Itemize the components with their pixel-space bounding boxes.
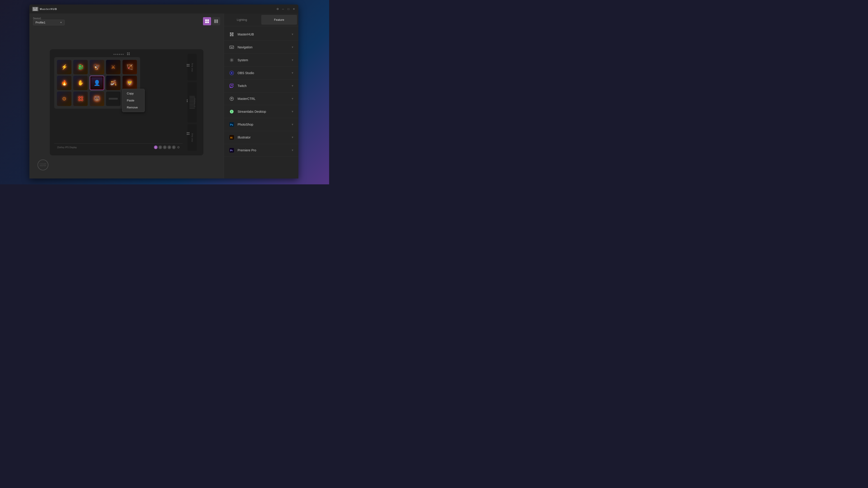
feature-item-twitch[interactable]: Twitch ▼ — [224, 79, 298, 92]
feature-label-streamlabs: Streamlabs Desktop — [238, 110, 291, 113]
device-area: ⚡ 🐉 🦅 ⚔ — [33, 30, 220, 175]
svg-rect-3 — [205, 20, 207, 21]
keyboard-icon — [228, 44, 235, 51]
feature-label-twitch: Twitch — [238, 84, 291, 88]
context-menu: Copy Paste Remove — [122, 89, 145, 112]
feature-list: MasterHUB ▼ Na — [224, 26, 298, 178]
key-cell-3-2[interactable]: 💢 — [73, 92, 88, 106]
page-settings-icon[interactable]: ⚙ — [177, 145, 180, 149]
key-cell-1-1[interactable]: ⚡ — [57, 60, 71, 74]
feature-label-masterctrl: MasterCTRL — [238, 97, 291, 101]
context-paste[interactable]: Paste — [122, 97, 145, 104]
feature-item-streamlabs[interactable]: S Streamlabs Desktop ▼ — [224, 105, 298, 118]
feature-item-obs[interactable]: OBS Studio ▼ — [224, 67, 298, 79]
hotkey-bottom: Hot Key — [188, 124, 197, 151]
settings-button[interactable]: ⚙ — [276, 7, 279, 11]
svg-point-23 — [231, 72, 232, 73]
svg-rect-10 — [232, 33, 234, 34]
key-cell-1-3[interactable]: 🦅 — [90, 60, 104, 74]
page-dot-1[interactable]: 1 — [154, 145, 158, 149]
svg-point-20 — [231, 59, 232, 61]
feature-item-masterctrl[interactable]: MasterCTRL ▼ — [224, 92, 298, 105]
svg-rect-5 — [205, 22, 207, 23]
ctrl-icon — [228, 96, 235, 102]
tab-feature[interactable]: Feature — [261, 15, 297, 25]
profile-dropdown[interactable]: Profile1 ▼ — [33, 20, 65, 25]
roller-area: Hot Key — [185, 54, 199, 151]
key-grid-container: ⚡ 🐉 🦅 ⚔ — [54, 54, 183, 151]
key-cell-1-5[interactable]: 🏹 — [123, 60, 137, 74]
feature-arrow-masterhub: ▼ — [291, 33, 294, 36]
context-remove[interactable]: Remove — [122, 104, 145, 111]
page-dot-5[interactable]: 5 — [172, 145, 176, 149]
hotkey-bottom-label: Hot Key — [191, 133, 193, 142]
svg-rect-4 — [207, 20, 209, 21]
key-cell-3-3[interactable]: 🐻 — [90, 92, 104, 106]
title-bar: MasterHUB ⚙ ─ □ ✕ — [29, 4, 298, 13]
profile-info: Device1 Profile1 ▼ — [33, 17, 65, 25]
svg-rect-11 — [230, 34, 234, 35]
key-cell-3-4[interactable] — [106, 92, 121, 106]
feature-item-navigation[interactable]: Navigation ▼ — [224, 41, 298, 54]
roller-label: 2×Roller — [194, 98, 196, 107]
window-controls: ⚙ ─ □ ✕ — [276, 7, 296, 11]
pr-icon: Pr — [228, 147, 235, 153]
context-copy[interactable]: Copy — [122, 90, 145, 97]
page-dot-4[interactable]: 4 — [167, 145, 171, 149]
feature-arrow-streamlabs: ▼ — [291, 110, 294, 113]
feature-label-photoshop: PhotoShop — [238, 123, 291, 126]
svg-rect-14 — [230, 46, 234, 48]
profile-name: Profile1 — [35, 21, 59, 24]
feature-item-masterhub[interactable]: MasterHUB ▼ — [224, 28, 298, 41]
grid-view-button[interactable] — [203, 17, 211, 25]
page-dot-2[interactable]: 2 — [158, 145, 162, 149]
feature-label-masterhub: MasterHUB — [238, 33, 291, 36]
page-dot-3[interactable]: 3 — [163, 145, 166, 149]
page-indicators: 15xKey IPS Display 1 2 3 4 5 ⚙ — [54, 143, 183, 151]
feature-item-system[interactable]: System ▼ — [224, 54, 298, 67]
feature-arrow-twitch: ▼ — [291, 84, 294, 88]
key-cell-2-4[interactable]: 🪃 — [106, 76, 121, 90]
split-view-button[interactable] — [212, 17, 220, 25]
feature-arrow-masterctrl: ▼ — [291, 97, 294, 100]
cm-logo: COOLERMASTER — [37, 160, 49, 170]
right-dots-top — [187, 64, 189, 67]
minimize-button[interactable]: ─ — [281, 7, 285, 11]
svg-rect-1 — [35, 7, 37, 9]
hub-icon — [228, 31, 235, 37]
left-panel: Device1 Profile1 ▼ — [29, 13, 224, 178]
tab-lighting[interactable]: Lighting — [224, 13, 260, 26]
device-frame: ⚡ 🐉 🦅 ⚔ — [50, 49, 204, 156]
system-icon — [228, 57, 235, 63]
key-cell-1-2[interactable]: 🐉 — [73, 60, 88, 74]
feature-item-illustrator[interactable]: Ai Illustrator ▼ — [224, 131, 298, 144]
feature-item-premiere[interactable]: Pr Premiere Pro ▼ — [224, 144, 298, 157]
feature-item-photoshop[interactable]: Ps PhotoShop ▼ — [224, 118, 298, 131]
key-cell-2-1[interactable]: 🔥 — [57, 76, 71, 90]
svg-rect-9 — [230, 33, 231, 34]
svg-text:S: S — [231, 110, 232, 113]
svg-rect-8 — [216, 20, 218, 23]
feature-label-navigation: Navigation — [238, 45, 291, 49]
logo-text: MasterHUB — [40, 8, 57, 10]
hotkey-top-label: Hot Key — [191, 63, 193, 72]
device-label: Device1 — [33, 17, 65, 20]
maximize-button[interactable]: □ — [287, 7, 290, 11]
feature-arrow-illustrator: ▼ — [291, 136, 294, 139]
key-cell-1-4[interactable]: ⚔ — [106, 60, 121, 74]
key-cell-2-5[interactable]: 🦁 — [123, 76, 137, 90]
close-button[interactable]: ✕ — [292, 7, 296, 11]
right-panel: Lighting Feature M — [224, 13, 298, 178]
ai-icon: Ai — [228, 134, 235, 140]
svg-rect-6 — [207, 22, 209, 23]
obs-icon — [228, 70, 235, 76]
key-cell-2-2[interactable]: ✋ — [73, 76, 88, 90]
key-cell-3-1[interactable]: ⊙ — [57, 92, 71, 106]
svg-rect-12 — [230, 35, 231, 36]
tabs: Lighting Feature — [224, 13, 298, 26]
display-label: 15xKey IPS Display — [57, 146, 153, 149]
grid-area: ⚡ 🐉 🦅 ⚔ — [54, 57, 183, 142]
svg-rect-13 — [232, 35, 234, 36]
feature-arrow-system: ▼ — [291, 59, 294, 62]
key-cell-2-3[interactable]: 👤 — [90, 76, 104, 90]
